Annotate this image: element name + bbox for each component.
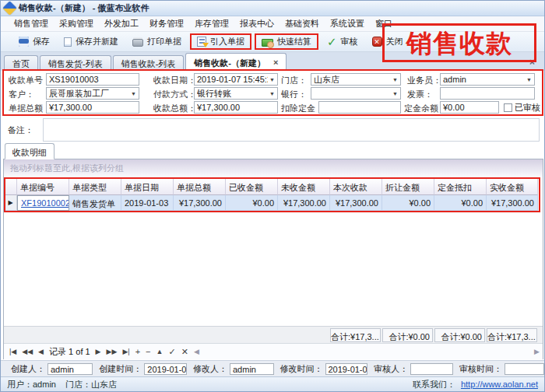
nav-prev-page-icon[interactable]: ◀◀ xyxy=(22,348,33,355)
col-actual[interactable]: 实收金额 xyxy=(487,179,538,195)
nav-delete-icon[interactable]: − xyxy=(146,347,150,356)
printer-icon xyxy=(132,39,143,47)
cell-unreceived: ¥17,300.00 xyxy=(278,195,330,211)
tab-home[interactable]: 首页 xyxy=(4,55,38,71)
cell-discount[interactable]: ¥0.00 xyxy=(382,195,434,211)
nav-cancel-icon[interactable]: ✕ xyxy=(181,347,188,357)
menu-finance[interactable]: 财务管理 xyxy=(144,16,189,31)
menu-system-settings[interactable]: 系统设置 xyxy=(325,16,370,31)
create-time-field: 2019-01-07 15 xyxy=(144,363,187,375)
auditor-label: 审核人： xyxy=(374,363,408,375)
col-doc-type[interactable]: 单据类型 xyxy=(69,179,121,195)
store-select[interactable]: 山东店▼ xyxy=(311,73,401,86)
nav-first-icon[interactable]: |◀ xyxy=(9,348,16,355)
close-button[interactable]: ✕ 关闭 xyxy=(365,33,410,50)
scroll-left-icon[interactable]: ◀ xyxy=(194,348,199,355)
dropdown-arrow-icon[interactable]: ▼ xyxy=(269,77,275,82)
detail-grid-panel: 拖动列标题至此,根据该列分组 单据编号 单据类型 单据日期 单据总额 已收金额 … xyxy=(3,159,543,359)
col-discount[interactable]: 折让金额 xyxy=(382,179,434,195)
pay-method-select[interactable]: 银行转账▼ xyxy=(194,87,278,100)
app-window: 销售收款-（新建） - 傲蓝布业软件 销售管理 采购管理 外发加工 财务管理 库… xyxy=(0,0,545,392)
deposit-balance-field[interactable]: ¥0.00 xyxy=(440,101,499,114)
website-link[interactable]: http://www.aolan.net xyxy=(461,380,538,389)
tab-sales-receipt-new[interactable]: 销售收款-（新建） × xyxy=(185,53,287,71)
tab-close-icon[interactable]: × xyxy=(273,58,278,67)
nav-prev-icon[interactable]: ◀ xyxy=(38,348,44,355)
cell-doc-total: ¥17,300.00 xyxy=(174,195,226,211)
doc-total-field[interactable]: ¥17,300.00 xyxy=(46,101,139,114)
cell-doc-date: 2019-01-03 xyxy=(121,195,174,211)
tab-receipt-detail[interactable]: 收款明细 xyxy=(5,143,54,159)
checkbox-icon xyxy=(504,103,512,112)
menu-basic-data[interactable]: 基础资料 xyxy=(280,16,325,31)
scroll-right-icon[interactable]: ▶ xyxy=(534,348,540,355)
import-document-button[interactable]: 引入单据 xyxy=(190,33,251,50)
menu-purchase[interactable]: 采购管理 xyxy=(54,16,99,31)
receipt-date-label: 收款日期： xyxy=(153,75,196,86)
nav-add-icon[interactable]: + xyxy=(135,347,140,356)
menu-inventory[interactable]: 库存管理 xyxy=(189,16,234,31)
audited-checkbox[interactable]: 已审核 xyxy=(504,102,540,114)
tab-sales-delivery-list[interactable]: 销售发货-列表 xyxy=(40,55,111,71)
receipt-total-field[interactable]: ¥17,300.00 xyxy=(194,101,278,114)
create-time-label: 创建时间： xyxy=(99,363,142,375)
menu-reports[interactable]: 报表中心 xyxy=(234,16,280,31)
nav-next-page-icon[interactable]: ▶▶ xyxy=(107,348,118,355)
nav-next-icon[interactable]: ▶ xyxy=(96,348,101,355)
col-unreceived[interactable]: 未收金额 xyxy=(278,179,330,195)
invoice-field[interactable] xyxy=(440,87,535,100)
menu-window[interactable]: 窗口 xyxy=(370,16,398,31)
col-this-receipt[interactable]: 本次收款 xyxy=(330,179,382,195)
receipt-date-field[interactable]: 2019-01-07 15:45:29▼ xyxy=(194,73,278,86)
nav-post-icon[interactable]: ✓ xyxy=(168,347,175,357)
menu-outsourcing[interactable]: 外发加工 xyxy=(99,16,144,31)
dropdown-arrow-icon[interactable]: ▼ xyxy=(392,91,398,96)
dropdown-arrow-icon[interactable]: ▼ xyxy=(131,91,136,96)
col-doc-no[interactable]: 单据编号 xyxy=(17,179,69,195)
print-button[interactable]: 打印单据 xyxy=(125,33,188,50)
nav-edit-icon[interactable]: ▲ xyxy=(156,348,164,355)
document-area: 收款单号： XS19010003 收款日期： 2019-01-07 15:45:… xyxy=(1,71,544,360)
group-by-panel[interactable]: 拖动列标题至此,根据该列分组 xyxy=(4,159,543,177)
remark-textarea[interactable] xyxy=(43,118,540,142)
tabstrip-close-icon[interactable]: × xyxy=(529,57,535,68)
dropdown-arrow-icon[interactable]: ▼ xyxy=(526,77,532,82)
salesman-select[interactable]: admin▼ xyxy=(440,73,535,86)
total-discount: 合计:¥0.00 xyxy=(382,328,433,342)
bank-select[interactable]: ▼ xyxy=(311,87,401,100)
contact-label: 联系我们： xyxy=(413,380,455,389)
save-button[interactable]: 保存 xyxy=(12,33,57,50)
check-icon: ✓ xyxy=(327,37,337,46)
customer-label: 客户： xyxy=(9,89,34,100)
total-actual: 合计:¥17,3... xyxy=(487,328,537,342)
nav-last-icon[interactable]: ▶| xyxy=(122,348,129,355)
save-new-icon xyxy=(64,37,72,47)
dropdown-arrow-icon[interactable]: ▼ xyxy=(392,77,398,82)
dropdown-arrow-icon[interactable]: ▼ xyxy=(269,91,275,96)
document-link[interactable]: XF19010002 xyxy=(21,198,69,208)
audit-button[interactable]: ✓ 审核 xyxy=(320,33,365,50)
customer-select[interactable]: 辰哥服装加工厂▼ xyxy=(46,87,139,100)
audit-time-label: 审核时间： xyxy=(459,363,502,375)
creator-field: admin xyxy=(47,363,93,375)
col-received[interactable]: 已收金额 xyxy=(226,179,278,195)
quick-settle-button[interactable]: 快速结算 xyxy=(255,33,318,50)
cell-deposit-offset[interactable]: ¥0.00 xyxy=(434,195,487,211)
cell-this-receipt[interactable]: ¥17,300.00 xyxy=(330,195,382,211)
title-bar: 销售收款-（新建） - 傲蓝布业软件 xyxy=(1,1,544,16)
deduct-deposit-field[interactable] xyxy=(318,101,401,114)
col-deposit-offset[interactable]: 定金抵扣 xyxy=(434,179,487,195)
pay-method-label: 付款方式： xyxy=(153,89,196,100)
col-doc-date[interactable]: 单据日期 xyxy=(121,179,174,195)
table-row[interactable]: ▶ XF19010002 销售发货单 2019-01-03 ¥17,300.00… xyxy=(5,195,538,211)
tab-sales-receipt-list[interactable]: 销售收款-列表 xyxy=(113,55,185,71)
col-doc-total[interactable]: 单据总额 xyxy=(174,179,226,195)
row-indicator-icon: ▶ xyxy=(5,195,17,211)
status-bar: 用户：admin 门店：山东店 联系我们： http://www.aolan.n… xyxy=(1,376,544,392)
receipt-no-field[interactable]: XS19010003 xyxy=(46,73,139,86)
receipt-total-label: 收款总额： xyxy=(153,103,196,114)
menu-sales[interactable]: 销售管理 xyxy=(9,16,54,31)
modifier-field: admin xyxy=(230,363,274,375)
record-navigator: |◀ ◀◀ ◀ 记录 1 of 1 ▶ ▶▶ ▶| + − ▲ ✓ ✕ ◀ ▶ xyxy=(4,343,543,359)
save-and-new-button[interactable]: 保存并新建 xyxy=(57,33,125,50)
